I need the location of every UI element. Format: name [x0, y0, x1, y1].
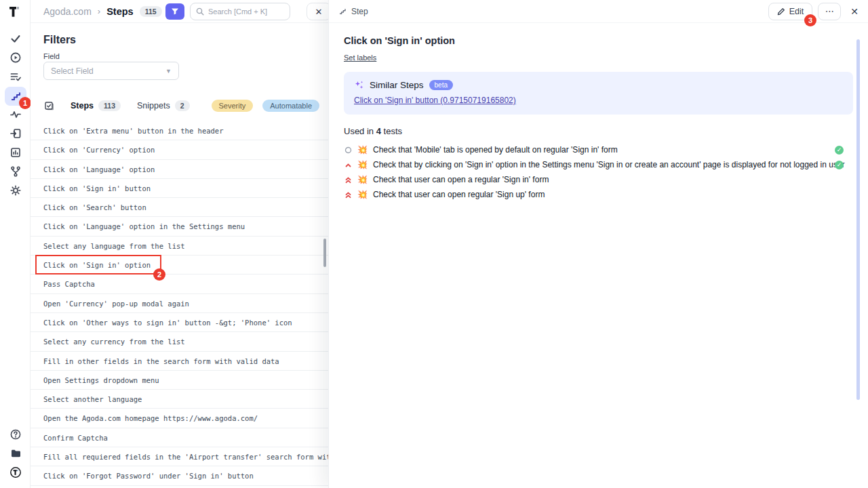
tab-steps-label: Steps: [71, 101, 94, 110]
app-logo-icon: [7, 5, 22, 20]
field-label: Field: [43, 52, 60, 60]
collision-emoji-icon: 💥: [357, 175, 368, 184]
test-title[interactable]: Check that 'Mobile' tab is opened by def…: [373, 145, 618, 155]
step-detail-panel: Step Edit ⋯ ✕ Click on 'Sign in' option …: [328, 0, 868, 488]
collision-emoji-icon: 💥: [357, 145, 368, 155]
steps-total-badge: 115: [140, 6, 162, 17]
pencil-icon: [777, 7, 785, 16]
test-title[interactable]: Check that user can open regular 'Sign u…: [373, 190, 545, 199]
sidebar-branches-icon[interactable]: [7, 163, 24, 180]
close-panel-button[interactable]: ✕: [850, 6, 859, 17]
copy-check-icon[interactable]: [43, 100, 54, 111]
sidebar-projects-icon[interactable]: [7, 445, 24, 462]
step-icon: [338, 7, 347, 16]
collision-emoji-icon: 💥: [357, 190, 368, 199]
sidebar-settings-icon[interactable]: [7, 182, 24, 199]
tab-snippets-label: Snippets: [137, 101, 170, 110]
sidebar-activity-icon[interactable]: [7, 106, 24, 123]
tab-steps[interactable]: Steps 113: [71, 100, 121, 111]
sidebar: 1: [0, 0, 31, 488]
left-panel-scrollbar[interactable]: [323, 239, 326, 267]
test-row[interactable]: 💥Check that user can open regular 'Sign …: [344, 187, 853, 202]
more-options-button[interactable]: ⋯: [818, 3, 841, 20]
used-in-tests-label: Used in 4 tests: [344, 126, 853, 136]
filter-button[interactable]: [165, 3, 184, 20]
annotation-badge-1: 1: [19, 97, 31, 109]
passed-check-icon: ✓: [835, 146, 844, 155]
annotation-badge-3: 3: [804, 14, 816, 26]
edit-button-label: Edit: [789, 7, 804, 16]
similar-steps-box: Similar Steps beta Click on 'Sign in' bu…: [344, 72, 853, 115]
close-search-button[interactable]: ✕: [307, 3, 331, 20]
right-panel-scrollbar[interactable]: [856, 39, 860, 400]
set-labels-link[interactable]: Set labels: [344, 54, 376, 62]
tab-snippets[interactable]: Snippets 2: [137, 100, 190, 111]
sparkles-icon: [354, 80, 364, 90]
used-in-count: 4: [376, 126, 381, 136]
select-field-dropdown[interactable]: Select Field ▼: [43, 62, 179, 80]
test-title[interactable]: Check that user can open a regular 'Sign…: [373, 175, 549, 184]
test-row[interactable]: 💥Check that 'Mobile' tab is opened by de…: [344, 142, 853, 157]
search-icon: [196, 7, 204, 16]
step-panel-header: Step Edit ⋯ ✕: [329, 0, 868, 23]
similar-steps-title: Similar Steps: [370, 80, 424, 90]
sidebar-runs-icon[interactable]: [7, 49, 24, 66]
priority-highest-icon: [344, 191, 352, 199]
funnel-icon: [171, 7, 179, 16]
chevron-down-icon: ▼: [165, 68, 172, 75]
priority-high-icon: [344, 161, 352, 169]
search-input[interactable]: [208, 7, 283, 16]
step-title: Click on 'Sign in' option: [344, 35, 853, 46]
used-in-suffix: tests: [381, 126, 402, 136]
filter-badge-severity[interactable]: Severity: [212, 100, 254, 112]
test-row[interactable]: 💥Check that user can open a regular 'Sig…: [344, 172, 853, 187]
step-panel-label: Step: [351, 7, 368, 16]
tab-snippets-count: 2: [175, 100, 190, 111]
breadcrumb-separator: ›: [98, 6, 100, 16]
annotation-badge-2: 2: [153, 268, 165, 281]
test-row[interactable]: 💥Check that by clicking on 'Sign in' opt…: [344, 157, 853, 172]
select-field-placeholder: Select Field: [51, 66, 94, 76]
collision-emoji-icon: 💥: [357, 160, 368, 169]
sidebar-tests-icon[interactable]: [7, 30, 24, 47]
sidebar-brand-icon[interactable]: [7, 464, 24, 481]
priority-highest-icon: [344, 176, 352, 184]
priority-none-icon: [344, 146, 352, 154]
similar-step-link[interactable]: Click on 'Sign in' button (0.97150719165…: [354, 96, 516, 105]
filters-heading: Filters: [43, 34, 76, 46]
sidebar-plans-icon[interactable]: [7, 68, 24, 85]
test-title[interactable]: Check that by clicking on 'Sign in' opti…: [373, 160, 845, 169]
tab-steps-count: 113: [98, 100, 121, 111]
passed-check-icon: ✓: [835, 161, 844, 169]
page-title: Steps: [106, 6, 134, 17]
sidebar-help-icon[interactable]: [7, 426, 24, 443]
sidebar-reports-icon[interactable]: [7, 144, 24, 161]
breadcrumb-project[interactable]: Agoda.com: [43, 6, 92, 17]
filter-badge-automatable[interactable]: Automatable: [262, 100, 319, 112]
beta-badge: beta: [429, 80, 453, 90]
tests-list: 💥Check that 'Mobile' tab is opened by de…: [344, 142, 853, 202]
used-in-prefix: Used in: [344, 126, 376, 136]
sidebar-import-icon[interactable]: [7, 125, 24, 142]
search-box[interactable]: [190, 3, 290, 20]
annotation-highlight-box: [35, 255, 161, 274]
